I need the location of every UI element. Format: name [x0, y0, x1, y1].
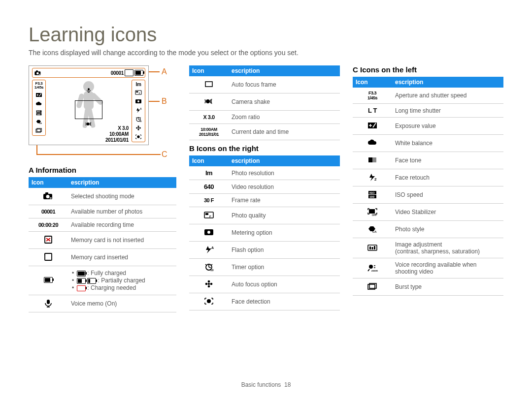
desc-cell: Video Stabilizer — [392, 204, 503, 221]
section-b-heading: B Icons on the right — [189, 144, 340, 153]
shake-icon — [84, 120, 93, 128]
desc-cell: Voice memo (On) — [68, 295, 176, 312]
icon-cell — [29, 266, 68, 295]
table-row: Voice memo (On) — [29, 295, 176, 312]
icon-cell: X 3.0 — [189, 111, 229, 124]
table-row: Selected shooting mode — [29, 188, 176, 205]
icon-cell — [29, 295, 68, 312]
ev-icon — [35, 92, 43, 98]
table-row: Photo style — [353, 221, 503, 238]
table-row: Memory card inserted — [29, 249, 176, 266]
th-desc: escription — [68, 177, 176, 188]
flower-icon — [134, 124, 142, 131]
table-b-top: Iconescription Auto focus frameCamera sh… — [189, 65, 340, 140]
col-left: 00001 F3.31/45s — [29, 65, 176, 312]
callout-b: B — [162, 97, 167, 106]
section-a-heading: A Information — [29, 166, 176, 174]
quality-icon — [134, 89, 142, 96]
timer-icon — [134, 116, 142, 123]
table-row: Face retouch — [353, 169, 503, 186]
page-subtitle: The icons displayed will change accordin… — [29, 49, 503, 57]
desc-cell: White balance — [392, 135, 503, 152]
callout-a: A — [162, 67, 167, 76]
table-row: Image adjustment(contrast, sharpness, sa… — [353, 238, 503, 258]
desc-cell: Photo quality — [229, 207, 340, 224]
lcd-photo-count: 00001 — [111, 70, 124, 76]
desc-cell: Available number of photos — [68, 205, 176, 218]
desc-cell: Flash option — [229, 242, 340, 259]
table-row: ISO speed — [353, 186, 503, 204]
icon-cell — [353, 152, 392, 169]
desc-cell: Exposure value — [392, 118, 503, 135]
desc-cell: Zoom ratio — [229, 111, 340, 124]
table-row: Face detection — [189, 293, 340, 310]
icon-cell: 00:00:20 — [29, 218, 68, 232]
table-header-row: Iconescription — [189, 65, 340, 76]
icon-cell — [189, 76, 229, 93]
desc-cell: Current date and time — [229, 124, 340, 140]
desc-cell: Camera shake — [229, 93, 340, 111]
th-icon: Icon — [29, 177, 68, 188]
table-row: 640Video resolution — [189, 180, 340, 194]
desc-cell: Frame rate — [229, 194, 340, 207]
desc-cell: Aperture and shutter speed — [392, 88, 503, 104]
th-icon: Icon — [189, 65, 229, 76]
icon-cell — [353, 135, 392, 152]
metering-icon — [134, 98, 142, 105]
lcd-status-bar: 00001 — [32, 68, 145, 78]
desc-cell: Image adjustment(contrast, sharpness, sa… — [392, 238, 503, 258]
desc-cell: Selected shooting mode — [68, 188, 176, 205]
icon-cell — [189, 207, 229, 224]
desc-cell: Burst type — [392, 278, 503, 296]
desc-cell: Face retouch — [392, 169, 503, 186]
table-row: Voice recording available when shooting … — [353, 258, 503, 278]
col-right: C Icons on the left Iconescription F3.31… — [353, 65, 503, 312]
table-row: Metering option — [189, 224, 340, 242]
icon-cell — [353, 278, 392, 296]
icon-cell — [353, 204, 392, 221]
table-row: Exposure value — [353, 118, 503, 135]
icon-cell: 640 — [189, 180, 229, 194]
iso-icon — [35, 109, 43, 116]
desc-cell: Long time shutter — [392, 104, 503, 118]
table-row: Auto focus frame — [189, 76, 340, 93]
icon-cell: 30 F — [189, 194, 229, 207]
page-title: Learning icons — [29, 24, 503, 46]
desc-cell: Voice recording available when shooting … — [392, 258, 503, 278]
th-desc: escription — [229, 155, 340, 166]
table-row: 00001Available number of photos — [29, 205, 176, 218]
table-a: Iconescription Selected shooting mode000… — [29, 177, 176, 312]
icon-cell — [29, 249, 68, 266]
section-c-heading: C Icons on the left — [353, 65, 503, 74]
icon-cell — [189, 242, 229, 259]
th-icon: Icon — [189, 155, 229, 166]
desc-cell: : Fully charged : Partially charged : Ch… — [68, 266, 176, 295]
icon-cell — [189, 224, 229, 242]
icon-cell: L T — [353, 104, 392, 118]
table-row: 10:00AM2011/01/01Current date and time — [189, 124, 340, 140]
icon-cell: 10:00AM2011/01/01 — [189, 124, 229, 140]
af-frame-icon — [75, 100, 102, 119]
table-row: ImPhoto resolution — [189, 166, 340, 180]
icon-cell: F3.31/45s — [353, 88, 392, 104]
icon-cell — [353, 221, 392, 238]
icon-cell — [189, 276, 229, 293]
desc-cell: Memory card is not inserted — [68, 232, 176, 249]
icon-cell — [29, 188, 68, 205]
style-icon — [35, 118, 43, 125]
desc-cell: Video resolution — [229, 180, 340, 194]
columns: 00001 F3.31/45s — [29, 65, 503, 312]
camera-mode-icon — [34, 69, 42, 76]
card-icon — [125, 69, 133, 76]
table-row: 00:00:20Available recording time — [29, 218, 176, 232]
desc-cell: Face detection — [229, 293, 340, 310]
cloud-icon — [35, 100, 43, 107]
icon-cell — [353, 186, 392, 204]
desc-cell: Timer option — [229, 259, 340, 276]
callout-line — [36, 145, 37, 154]
table-row: White balance — [353, 135, 503, 152]
th-icon: Icon — [353, 77, 392, 88]
table-row: F3.31/45sAperture and shutter speed — [353, 88, 503, 104]
desc-cell: Auto focus option — [229, 276, 340, 293]
desc-cell: Face tone — [392, 152, 503, 169]
